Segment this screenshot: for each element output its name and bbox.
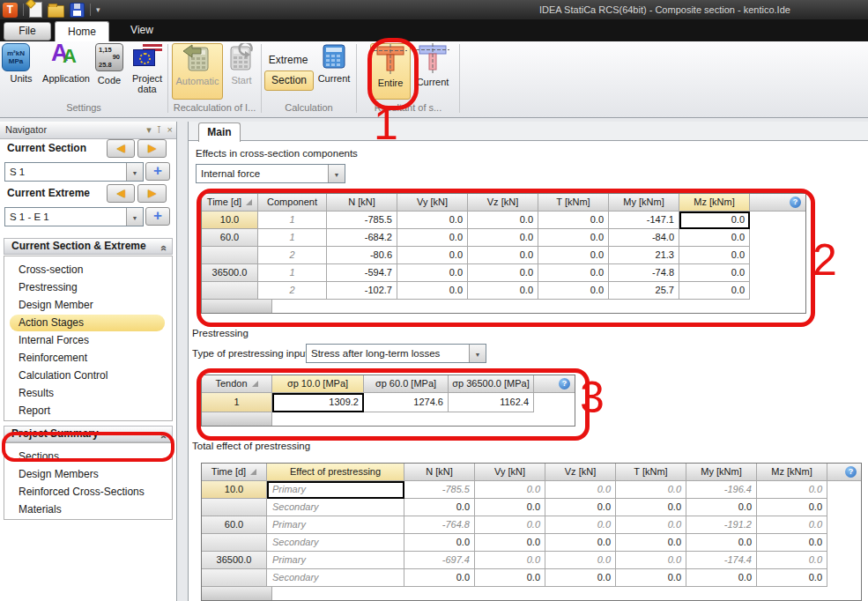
- value-cell[interactable]: 0.0: [397, 247, 468, 264]
- sidebar-item-prestressing[interactable]: Prestressing: [10, 279, 165, 296]
- current-extreme-select[interactable]: S 1 - E 1 ▼: [4, 207, 144, 226]
- value-cell[interactable]: 0.0: [475, 552, 545, 569]
- value-cell[interactable]: 0.0: [757, 481, 827, 499]
- new-file-icon[interactable]: [29, 2, 42, 18]
- application-button[interactable]: A A Application: [41, 43, 92, 84]
- value-cell[interactable]: 0.0: [545, 534, 616, 552]
- component-cell[interactable]: 1: [258, 229, 327, 247]
- value-cell[interactable]: 0.0: [468, 282, 538, 300]
- sidebar-item-materials[interactable]: Materials: [10, 501, 165, 518]
- effect-cell[interactable]: Primary: [267, 516, 404, 534]
- value-cell[interactable]: 0.0: [538, 264, 609, 282]
- value-cell[interactable]: 0.0: [475, 481, 545, 499]
- component-cell[interactable]: 1: [258, 211, 327, 229]
- value-cell[interactable]: 0.0: [538, 211, 609, 229]
- value-cell[interactable]: 0.0: [616, 552, 686, 569]
- project-data-button[interactable]: Project data: [126, 43, 168, 94]
- value-cell[interactable]: -102.7: [327, 282, 397, 300]
- group-header-section-extreme[interactable]: Current Section & Extreme «: [4, 238, 173, 255]
- start-button[interactable]: Start: [225, 43, 258, 85]
- tendon-cell[interactable]: 1: [202, 393, 272, 412]
- quick-access-more-icon[interactable]: ▾: [96, 5, 100, 14]
- value-cell[interactable]: 0.0: [404, 499, 475, 516]
- time-cell[interactable]: 10.0: [202, 211, 258, 229]
- sidebar-item-action-stages[interactable]: Action Stages: [10, 315, 165, 331]
- value-cell[interactable]: 0.0: [545, 569, 616, 587]
- value-cell[interactable]: 0.0: [616, 516, 686, 534]
- sidebar-item-reinforcement[interactable]: Reinforcement: [10, 350, 165, 367]
- value-cell[interactable]: 0.0: [686, 534, 757, 552]
- value-cell[interactable]: 0.0: [538, 282, 609, 300]
- sidebar-item-results[interactable]: Results: [10, 385, 165, 402]
- value-cell[interactable]: 0.0: [545, 499, 616, 516]
- new-row-cell[interactable]: [202, 412, 272, 426]
- value-cell[interactable]: 0.0: [475, 534, 545, 552]
- value-cell[interactable]: -764.8: [404, 516, 475, 534]
- time-cell[interactable]: 60.0: [202, 516, 267, 534]
- value-cell[interactable]: 0.0: [616, 569, 686, 587]
- sidebar-item-cross-section[interactable]: Cross-section: [10, 262, 165, 278]
- value-cell[interactable]: 0.0: [468, 211, 538, 229]
- tab-view[interactable]: View: [115, 21, 169, 40]
- entire-button[interactable]: Entire: [370, 43, 411, 100]
- sidebar-item-calculation-control[interactable]: Calculation Control: [10, 367, 165, 384]
- effect-cell[interactable]: Secondary: [267, 569, 404, 587]
- extreme-button[interactable]: Extreme: [264, 54, 312, 66]
- value-cell[interactable]: 0.0: [616, 499, 686, 516]
- sidebar-item-design-members[interactable]: Design Members: [10, 466, 165, 483]
- close-icon[interactable]: ×: [167, 122, 173, 138]
- sidebar-item-report[interactable]: Report: [10, 403, 165, 419]
- value-cell[interactable]: 0.0: [404, 569, 475, 587]
- value-cell[interactable]: -684.2: [327, 229, 397, 247]
- value-cell[interactable]: 0.0: [616, 534, 686, 552]
- section-button[interactable]: Section: [264, 70, 314, 91]
- dropdown-button[interactable]: ▼: [126, 163, 143, 181]
- value-cell[interactable]: -785.5: [327, 211, 397, 229]
- tab-main[interactable]: Main: [198, 122, 241, 142]
- time-cell[interactable]: 10.0: [202, 481, 267, 499]
- value-cell[interactable]: 0.0: [757, 534, 827, 552]
- effect-cell[interactable]: Secondary: [267, 499, 404, 516]
- help-icon[interactable]: ?: [790, 197, 801, 208]
- value-cell[interactable]: -191.2: [686, 516, 757, 534]
- component-cell[interactable]: 2: [258, 247, 327, 264]
- value-cell[interactable]: 0.0: [757, 552, 827, 569]
- col-header-time[interactable]: Time [d]: [202, 194, 258, 211]
- value-cell[interactable]: -84.0: [609, 229, 679, 247]
- group-header-project-summary[interactable]: Project Summary «: [4, 426, 173, 442]
- collapse-icon[interactable]: ▾: [146, 122, 152, 138]
- pin-icon[interactable]: ⊺: [157, 122, 162, 138]
- selected-cell[interactable]: 0.0: [679, 211, 750, 229]
- value-cell[interactable]: 25.7: [609, 282, 679, 300]
- value-cell[interactable]: 0.0: [679, 247, 750, 264]
- sidebar-item-design-member[interactable]: Design Member: [10, 297, 165, 314]
- component-cell[interactable]: 2: [258, 282, 327, 300]
- value-cell[interactable]: -74.8: [609, 264, 679, 282]
- value-cell[interactable]: 0.0: [679, 282, 750, 300]
- time-cell[interactable]: [202, 499, 267, 516]
- col-header-time[interactable]: Time [d]: [202, 464, 267, 481]
- value-cell[interactable]: -80.6: [327, 247, 397, 264]
- sidebar-item-sections[interactable]: Sections: [10, 449, 165, 465]
- new-row-cell[interactable]: [202, 300, 272, 313]
- prev-extreme-button[interactable]: ◀: [107, 184, 135, 203]
- prestressing-input-select[interactable]: Stress after long-term losses ▼: [306, 344, 486, 363]
- time-cell[interactable]: 60.0: [202, 229, 258, 247]
- dropdown-button[interactable]: ▼: [469, 345, 486, 362]
- value-cell[interactable]: 21.3: [609, 247, 679, 264]
- sidebar-item-internal-forces[interactable]: Internal Forces: [10, 332, 165, 349]
- value-cell[interactable]: -785.5: [404, 481, 475, 499]
- value-cell[interactable]: 0.0: [757, 569, 827, 587]
- value-cell[interactable]: 0.0: [468, 264, 538, 282]
- value-cell[interactable]: 0.0: [397, 211, 468, 229]
- value-cell[interactable]: 0.0: [475, 499, 545, 516]
- help-icon[interactable]: ?: [845, 466, 857, 478]
- value-cell[interactable]: 1162.4: [449, 393, 534, 412]
- value-cell[interactable]: -196.4: [686, 481, 757, 499]
- value-cell[interactable]: 0.0: [616, 481, 686, 499]
- effects-type-select[interactable]: Internal force ▼: [196, 164, 345, 183]
- value-cell[interactable]: 0.0: [468, 229, 538, 247]
- value-cell[interactable]: 0.0: [538, 247, 609, 264]
- value-cell[interactable]: 0.0: [545, 552, 616, 569]
- prev-section-button[interactable]: ◀: [107, 139, 135, 158]
